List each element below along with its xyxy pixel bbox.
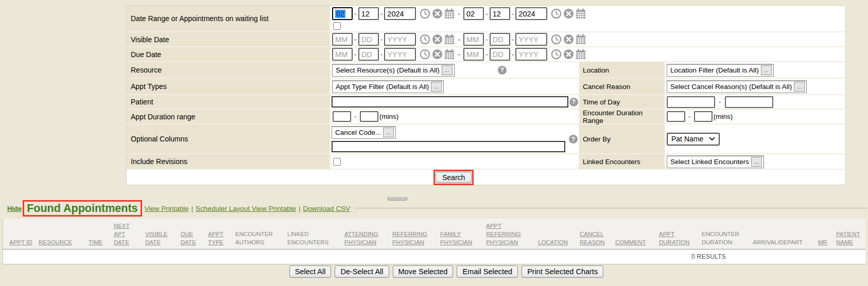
- found-appointments-title: Found Appointments: [27, 202, 137, 214]
- patient-help-icon[interactable]: ?: [569, 98, 578, 106]
- calendar-icon[interactable]: [576, 49, 586, 60]
- column-header-patient-name[interactable]: PATIENT NAME: [836, 230, 867, 246]
- date-range-label: Date Range or Appointments on waiting li…: [127, 6, 331, 31]
- appt-type-more-button[interactable]: ...: [431, 82, 442, 92]
- calendar-icon[interactable]: [444, 8, 455, 19]
- divider-handle[interactable]: [388, 197, 407, 201]
- optional-columns-more-button[interactable]: ...: [383, 128, 394, 137]
- column-header-attending-physician[interactable]: ATTENDING PHYSICIAN: [344, 230, 387, 246]
- due-date-to-year-input[interactable]: YYYY: [515, 48, 547, 61]
- email-selected-button[interactable]: Email Selected: [457, 265, 518, 278]
- time-of-day-from-input[interactable]: [667, 96, 715, 108]
- date-range-to-day-input[interactable]: 12: [490, 7, 510, 20]
- clock-icon[interactable]: [551, 49, 562, 60]
- due-date-to-day-input[interactable]: DD: [490, 48, 510, 61]
- column-header-due-date[interactable]: DUE DATE: [181, 230, 202, 246]
- search-button[interactable]: Search: [436, 172, 472, 183]
- linked-encounters-filter-value: Select Linked Encounters: [670, 158, 749, 166]
- hide-link[interactable]: Hide: [7, 205, 22, 212]
- print-selected-charts-button[interactable]: Print Selected Charts: [522, 265, 603, 278]
- view-printable-link[interactable]: View Printable: [145, 205, 189, 212]
- clock-icon[interactable]: [551, 8, 562, 19]
- due-date-from-day-input[interactable]: DD: [358, 48, 379, 61]
- location-more-button[interactable]: ...: [761, 65, 772, 75]
- move-selected-button[interactable]: Move Selected: [393, 265, 454, 278]
- patient-input[interactable]: [332, 96, 568, 108]
- time-of-day-to-input[interactable]: [725, 96, 773, 108]
- column-header-visible-date[interactable]: VISIBLE DATE: [145, 230, 175, 246]
- cancel-reason-filter-input[interactable]: Select Cancel Reason(s) (Default is All)…: [667, 80, 807, 93]
- separator: -: [354, 113, 357, 121]
- encounter-duration-max-input[interactable]: [694, 111, 713, 122]
- clear-date-icon[interactable]: [563, 49, 574, 60]
- due-date-from-month-input[interactable]: MM: [332, 48, 353, 61]
- calendar-icon[interactable]: [576, 8, 586, 19]
- time-of-day-label: Time of Day: [579, 95, 665, 109]
- order-by-select[interactable]: Pat Name: [667, 133, 720, 146]
- date-range-from-day-input[interactable]: 12: [358, 7, 379, 20]
- encounter-duration-min-input[interactable]: [667, 111, 685, 122]
- column-header-appt-id[interactable]: APPT ID: [9, 238, 33, 246]
- clear-date-icon[interactable]: [432, 49, 443, 60]
- column-header-mr[interactable]: MR: [818, 238, 830, 246]
- waiting-list-checkbox[interactable]: [333, 22, 341, 30]
- separator: -: [512, 10, 514, 18]
- appt-type-filter-input[interactable]: Appt Type Filter (Default is All) ...: [332, 80, 444, 93]
- clear-date-icon[interactable]: [432, 34, 443, 45]
- date-range-to-month-input[interactable]: 02: [463, 7, 484, 20]
- appt-duration-min-input[interactable]: [333, 111, 351, 122]
- visible-date-from-month-input[interactable]: MM: [332, 33, 353, 46]
- deselect-all-button[interactable]: De-Select All: [335, 265, 389, 278]
- appt-duration-max-input[interactable]: [360, 111, 378, 122]
- calendar-icon[interactable]: [444, 34, 455, 45]
- column-header-time[interactable]: TIME: [89, 238, 108, 246]
- location-filter-input[interactable]: Location Filter (Default is All) ...: [667, 64, 774, 77]
- optional-columns-input[interactable]: [332, 141, 565, 152]
- column-header-referring-physician[interactable]: REFERRING PHYSICIAN: [392, 230, 435, 246]
- resource-help-icon[interactable]: ?: [498, 66, 507, 75]
- optional-columns-filter-input[interactable]: Cancel Code... ...: [332, 126, 396, 139]
- separator: -: [458, 50, 460, 59]
- clock-icon[interactable]: [420, 8, 430, 19]
- visible-date-to-day-input[interactable]: DD: [490, 33, 510, 46]
- scheduler-layout-view-printable-link[interactable]: Scheduler Layout View Printable: [196, 205, 296, 212]
- due-date-row: Due Date MM - DD - YYYY - MM - DD - YYYY: [127, 47, 845, 62]
- clock-icon[interactable]: [420, 34, 430, 45]
- results-table: APPT ID RESOURCE TIME NEXT APT DATE VISI…: [3, 219, 865, 264]
- visible-date-from-year-input[interactable]: YYYY: [384, 33, 416, 46]
- date-range-from-year-input[interactable]: 2024: [384, 7, 416, 20]
- column-header-appt-duration[interactable]: APPT DURATION: [659, 230, 696, 246]
- date-range-from-month-input[interactable]: 02: [332, 7, 353, 20]
- order-by-selected-option: Pat Name: [671, 135, 703, 143]
- column-header-next-apt-date[interactable]: NEXT APT DATE: [114, 222, 140, 246]
- column-header-comment[interactable]: COMMENT: [615, 238, 653, 246]
- visible-date-from-day-input[interactable]: DD: [358, 33, 379, 46]
- resource-more-button[interactable]: ...: [442, 65, 453, 75]
- clock-icon[interactable]: [551, 34, 562, 45]
- column-header-resource[interactable]: RESOURCE: [39, 238, 83, 246]
- date-range-to-year-input[interactable]: 2024: [515, 7, 547, 20]
- due-date-from-year-input[interactable]: YYYY: [384, 48, 416, 61]
- include-revisions-checkbox[interactable]: [333, 158, 341, 166]
- column-header-appt-type[interactable]: APPT TYPE: [208, 230, 230, 246]
- clear-date-icon[interactable]: [563, 34, 574, 45]
- clear-date-icon[interactable]: [563, 8, 574, 19]
- column-header-family-physician[interactable]: FAMILY PHYSICIAN: [440, 230, 480, 246]
- visible-date-to-year-input[interactable]: YYYY: [515, 33, 547, 46]
- due-date-to-month-input[interactable]: MM: [463, 48, 484, 61]
- clock-icon[interactable]: [420, 49, 430, 60]
- download-csv-link[interactable]: Download CSV: [303, 205, 351, 212]
- column-header-cancel-reason[interactable]: CANCEL REASON: [580, 230, 610, 246]
- cancel-reason-more-button[interactable]: ...: [794, 82, 805, 92]
- optional-columns-help-icon[interactable]: ?: [569, 135, 578, 144]
- visible-date-to-month-input[interactable]: MM: [463, 33, 484, 46]
- column-header-appt-referring-physician[interactable]: APPT REFERRING PHYSICIAN: [486, 222, 532, 246]
- resource-filter-input[interactable]: Select Resource(s) (Default is All) ...: [332, 64, 455, 77]
- column-header-location[interactable]: LOCATION: [538, 238, 574, 246]
- select-all-button[interactable]: Select All: [289, 265, 332, 278]
- calendar-icon[interactable]: [444, 49, 455, 60]
- linked-encounters-more-button[interactable]: ...: [751, 157, 762, 167]
- clear-date-icon[interactable]: [432, 8, 443, 19]
- linked-encounters-filter-input[interactable]: Select Linked Encounters ...: [667, 155, 764, 168]
- calendar-icon[interactable]: [576, 34, 586, 45]
